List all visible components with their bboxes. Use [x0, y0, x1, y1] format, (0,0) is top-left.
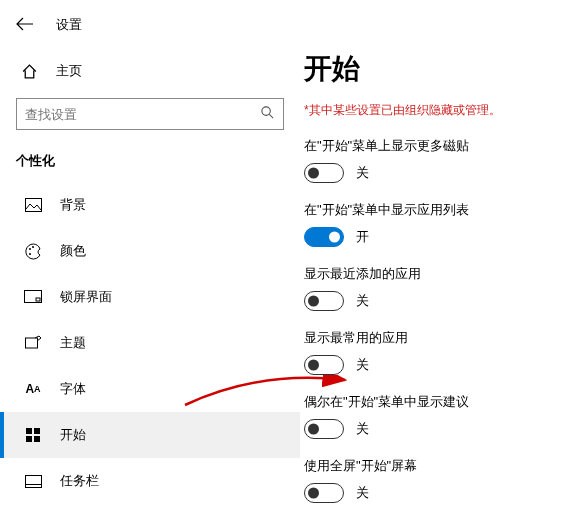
toggle-fullscreen[interactable]: [304, 483, 344, 503]
sidebar-item-label: 锁屏界面: [60, 288, 112, 306]
home-label: 主页: [56, 62, 82, 80]
setting-label: 在"开始"菜单中显示应用列表: [304, 201, 559, 219]
toggle-state: 关: [356, 356, 369, 374]
svg-point-3: [29, 248, 31, 250]
section-label: 个性化: [0, 146, 300, 182]
left-panel: 设置 主页 个性化 背景 颜色: [0, 0, 300, 532]
toggle-state: 开: [356, 228, 369, 246]
sidebar-item-label: 任务栏: [60, 472, 99, 490]
toggle-state: 关: [356, 420, 369, 438]
home-link[interactable]: 主页: [0, 52, 300, 90]
theme-icon: [24, 334, 42, 352]
sidebar-item-label: 主题: [60, 334, 86, 352]
svg-rect-12: [34, 436, 40, 442]
svg-rect-8: [25, 338, 37, 348]
font-icon: AA: [24, 380, 42, 398]
search-input[interactable]: [25, 107, 260, 122]
svg-rect-13: [25, 475, 41, 487]
svg-rect-7: [36, 298, 40, 301]
toggle-state: 关: [356, 164, 369, 182]
sidebar-item-colors[interactable]: 颜色: [0, 228, 300, 274]
search-icon: [260, 105, 275, 123]
toggle-recent-apps[interactable]: [304, 291, 344, 311]
sidebar-item-taskbar[interactable]: 任务栏: [0, 458, 300, 504]
sidebar-item-label: 字体: [60, 380, 86, 398]
lockscreen-icon: [24, 288, 42, 306]
sidebar-item-start[interactable]: 开始: [0, 412, 300, 458]
page-title: 开始: [304, 50, 559, 88]
back-button[interactable]: [16, 16, 36, 34]
setting-most-used: 显示最常用的应用 关: [304, 329, 559, 375]
sidebar-item-background[interactable]: 背景: [0, 182, 300, 228]
home-icon: [20, 62, 38, 80]
setting-label: 在"开始"菜单上显示更多磁贴: [304, 137, 559, 155]
toggle-suggestions[interactable]: [304, 419, 344, 439]
app-title: 设置: [56, 16, 82, 34]
picture-icon: [24, 196, 42, 214]
setting-label: 显示最近添加的应用: [304, 265, 559, 283]
setting-label: 显示最常用的应用: [304, 329, 559, 347]
svg-rect-10: [34, 428, 40, 434]
sidebar-item-fonts[interactable]: AA 字体: [0, 366, 300, 412]
toggle-more-tiles[interactable]: [304, 163, 344, 183]
start-icon: [24, 426, 42, 444]
setting-suggestions: 偶尔在"开始"菜单中显示建议 关: [304, 393, 559, 439]
svg-line-1: [269, 114, 273, 118]
sidebar-item-label: 背景: [60, 196, 86, 214]
svg-point-5: [29, 253, 31, 255]
sidebar-item-label: 开始: [60, 426, 86, 444]
setting-fullscreen: 使用全屏"开始"屏幕 关: [304, 457, 559, 503]
svg-rect-11: [26, 436, 32, 442]
svg-rect-2: [25, 199, 41, 212]
svg-point-4: [32, 246, 34, 248]
content-panel: 开始 *其中某些设置已由组织隐藏或管理。 在"开始"菜单上显示更多磁贴 关 在"…: [300, 0, 563, 532]
palette-icon: [24, 242, 42, 260]
sidebar-item-label: 颜色: [60, 242, 86, 260]
setting-recent-apps: 显示最近添加的应用 关: [304, 265, 559, 311]
svg-rect-9: [26, 428, 32, 434]
toggle-most-used[interactable]: [304, 355, 344, 375]
setting-app-list: 在"开始"菜单中显示应用列表 开: [304, 201, 559, 247]
sidebar-item-themes[interactable]: 主题: [0, 320, 300, 366]
sidebar-item-lockscreen[interactable]: 锁屏界面: [0, 274, 300, 320]
setting-label: 偶尔在"开始"菜单中显示建议: [304, 393, 559, 411]
setting-label: 使用全屏"开始"屏幕: [304, 457, 559, 475]
toggle-state: 关: [356, 484, 369, 502]
search-box[interactable]: [16, 98, 284, 130]
toggle-app-list[interactable]: [304, 227, 344, 247]
setting-more-tiles: 在"开始"菜单上显示更多磁贴 关: [304, 137, 559, 183]
svg-point-0: [262, 107, 270, 115]
taskbar-icon: [24, 472, 42, 490]
warning-text: *其中某些设置已由组织隐藏或管理。: [304, 102, 559, 119]
toggle-state: 关: [356, 292, 369, 310]
